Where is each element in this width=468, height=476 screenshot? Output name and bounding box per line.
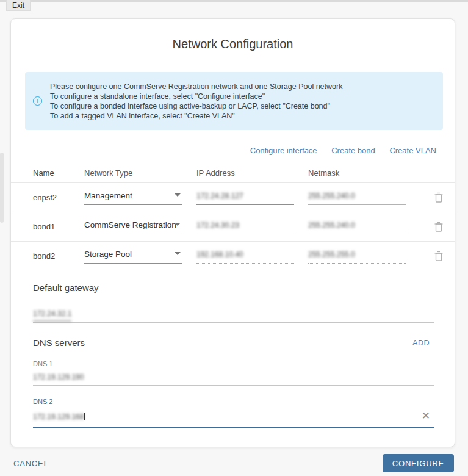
interface-name: bond2 [33, 251, 84, 261]
chevron-down-icon [175, 223, 181, 226]
page-title: Network Configuration [11, 37, 455, 51]
netmask-input[interactable]: 255.255.240.0 [308, 190, 406, 205]
cancel-button[interactable]: CANCEL [13, 459, 49, 468]
delete-interface-button[interactable] [434, 222, 444, 233]
network-type-value: Storage Pool [84, 250, 132, 259]
text-cursor [84, 413, 85, 420]
trash-icon [434, 192, 444, 203]
info-line: Please configure one CommServe Registrat… [50, 82, 342, 92]
table-header: Name Network Type IP Address Netmask [11, 168, 455, 182]
interface-actions: Configure interface Create bond Create V… [11, 146, 436, 155]
header-name: Name [33, 168, 84, 178]
dns1-field: DNS 1 172.19.129.190 [33, 360, 434, 386]
default-gateway-value: 172.24.32.1 [33, 309, 71, 322]
dns1-input[interactable]: 172.19.129.190 [33, 373, 434, 386]
netmask-value: 255.255.240.0 [308, 221, 355, 229]
netmask-value: 255.255.255.0 [308, 250, 355, 259]
dns2-field: DNS 2 172.19.129.168 ✕ [33, 398, 434, 428]
ip-address-value: 172.24.28.127 [196, 192, 243, 200]
network-type-select[interactable]: CommServe Registration [84, 219, 182, 234]
network-type-select[interactable]: Storage Pool [84, 248, 182, 264]
default-gateway-label: Default gateway [33, 283, 455, 293]
create-vlan-link[interactable]: Create VLAN [389, 146, 436, 155]
configure-button[interactable]: CONFIGURE [383, 454, 454, 472]
dns1-value: 172.19.129.190 [33, 373, 84, 381]
ip-address-input[interactable]: 172.24.30.23 [196, 219, 294, 234]
netmask-value: 255.255.240.0 [308, 192, 355, 200]
dns2-input[interactable]: 172.19.129.168 ✕ [33, 411, 434, 428]
dns2-value: 172.19.129.168 [33, 413, 84, 421]
trash-icon [434, 222, 444, 233]
chevron-down-icon [175, 193, 181, 197]
ip-address-input[interactable]: 192.168.10.40 [196, 248, 294, 264]
ip-address-value: 192.168.10.40 [196, 250, 243, 259]
table-row: bond2 Storage Pool 192.168.10.40 255.255… [11, 241, 455, 270]
table-row: enpsf2 Management 172.24.28.127 255.255.… [11, 182, 455, 212]
delete-interface-button[interactable] [434, 251, 444, 262]
chevron-down-icon [175, 252, 181, 255]
configure-interface-link[interactable]: Configure interface [250, 146, 317, 155]
header-network-type: Network Type [84, 168, 196, 178]
netmask-input[interactable]: 255.255.255.0 [308, 248, 406, 264]
delete-interface-button[interactable] [434, 192, 444, 203]
clear-icon[interactable]: ✕ [422, 412, 430, 420]
info-icon: i [33, 96, 42, 106]
ip-address-input[interactable]: 172.24.28.127 [196, 190, 294, 205]
info-banner-text: Please configure one CommServe Registrat… [50, 82, 342, 121]
interface-name: bond1 [33, 222, 84, 231]
dns-servers-heading: DNS servers [33, 337, 85, 348]
netmask-input[interactable]: 255.255.240.0 [308, 219, 406, 234]
network-type-value: Management [84, 191, 132, 200]
ip-address-value: 172.24.30.23 [196, 221, 239, 229]
info-banner: i Please configure one CommServe Registr… [25, 72, 443, 130]
create-bond-link[interactable]: Create bond [331, 146, 375, 155]
dns1-label: DNS 1 [33, 360, 434, 367]
info-line: To add a tagged VLAN interface, select "… [50, 111, 342, 121]
network-configuration-dialog: Network Configuration i Please configure… [10, 18, 455, 447]
interface-name: enpsf2 [33, 193, 84, 202]
info-line: To configure a bonded interface using ac… [50, 101, 342, 111]
info-line: To configure a standalone interface, sel… [50, 92, 342, 101]
table-row: bond1 CommServe Registration 172.24.30.2… [11, 212, 455, 241]
network-type-select[interactable]: Management [84, 190, 182, 205]
header-netmask: Netmask [308, 168, 415, 178]
dns2-label: DNS 2 [33, 398, 434, 405]
header-ip-address: IP Address [196, 168, 308, 178]
scrollbar-thumb[interactable] [0, 153, 4, 223]
exit-button[interactable]: Exit [6, 0, 31, 11]
interfaces-table: Name Network Type IP Address Netmask enp… [11, 168, 455, 270]
network-type-value: CommServe Registration [84, 220, 176, 229]
dns-section-header: DNS servers ADD [33, 337, 430, 348]
trash-icon [434, 251, 444, 262]
add-dns-button[interactable]: ADD [412, 339, 430, 347]
default-gateway-input[interactable]: 172.24.32.1 [33, 308, 434, 323]
top-strip [0, 0, 468, 2]
